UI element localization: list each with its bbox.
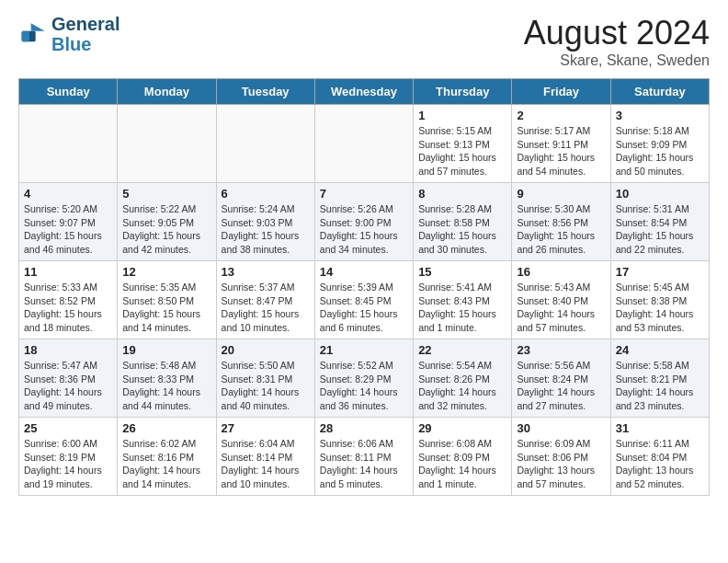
calendar-cell: 31Sunrise: 6:11 AMSunset: 8:04 PMDayligh… — [610, 418, 709, 496]
day-info: Sunrise: 6:09 AMSunset: 8:06 PMDaylight:… — [517, 437, 605, 491]
calendar-cell: 8Sunrise: 5:28 AMSunset: 8:58 PMDaylight… — [414, 183, 512, 261]
calendar-header-row: SundayMondayTuesdayWednesdayThursdayFrid… — [19, 79, 710, 105]
day-info: Sunrise: 6:04 AMSunset: 8:14 PMDaylight:… — [222, 437, 310, 491]
day-number: 26 — [122, 421, 210, 435]
day-number: 30 — [517, 421, 605, 435]
calendar-cell: 30Sunrise: 6:09 AMSunset: 8:06 PMDayligh… — [512, 418, 610, 496]
day-info: Sunrise: 5:35 AMSunset: 8:50 PMDaylight:… — [122, 281, 210, 335]
day-number: 24 — [616, 343, 704, 357]
calendar-cell: 18Sunrise: 5:47 AMSunset: 8:36 PMDayligh… — [19, 339, 118, 418]
day-number: 28 — [320, 421, 408, 435]
day-info: Sunrise: 5:39 AMSunset: 8:45 PMDaylight:… — [320, 281, 408, 335]
day-number: 16 — [517, 265, 605, 279]
day-info: Sunrise: 5:45 AMSunset: 8:38 PMDaylight:… — [616, 281, 704, 335]
day-number: 15 — [418, 265, 506, 279]
week-row-5: 25Sunrise: 6:00 AMSunset: 8:19 PMDayligh… — [19, 418, 710, 496]
day-header-tuesday: Tuesday — [216, 79, 314, 105]
day-info: Sunrise: 6:06 AMSunset: 8:11 PMDaylight:… — [320, 437, 408, 491]
day-info: Sunrise: 5:58 AMSunset: 8:21 PMDaylight:… — [616, 359, 704, 413]
day-info: Sunrise: 5:17 AMSunset: 9:11 PMDaylight:… — [517, 124, 605, 178]
calendar-cell: 24Sunrise: 5:58 AMSunset: 8:21 PMDayligh… — [610, 339, 709, 418]
day-number: 25 — [24, 421, 112, 435]
day-number: 2 — [517, 109, 605, 122]
day-header-wednesday: Wednesday — [314, 79, 413, 105]
day-number: 18 — [24, 343, 112, 357]
calendar-cell: 21Sunrise: 5:52 AMSunset: 8:29 PMDayligh… — [314, 339, 413, 418]
week-row-3: 11Sunrise: 5:33 AMSunset: 8:52 PMDayligh… — [19, 261, 710, 339]
day-number: 10 — [616, 187, 704, 201]
calendar-cell — [314, 105, 413, 183]
day-number: 27 — [222, 421, 310, 435]
day-info: Sunrise: 5:56 AMSunset: 8:24 PMDaylight:… — [517, 359, 605, 413]
calendar-cell: 25Sunrise: 6:00 AMSunset: 8:19 PMDayligh… — [19, 418, 118, 496]
calendar-cell: 20Sunrise: 5:50 AMSunset: 8:31 PMDayligh… — [216, 339, 314, 418]
day-number: 13 — [222, 265, 310, 279]
day-info: Sunrise: 5:47 AMSunset: 8:36 PMDaylight:… — [24, 359, 112, 413]
calendar-cell: 16Sunrise: 5:43 AMSunset: 8:40 PMDayligh… — [512, 261, 610, 339]
day-info: Sunrise: 5:28 AMSunset: 8:58 PMDaylight:… — [418, 202, 506, 257]
day-info: Sunrise: 6:02 AMSunset: 8:16 PMDaylight:… — [122, 437, 210, 491]
calendar-cell: 23Sunrise: 5:56 AMSunset: 8:24 PMDayligh… — [512, 339, 610, 418]
calendar-cell: 7Sunrise: 5:26 AMSunset: 9:00 PMDaylight… — [314, 183, 413, 261]
day-info: Sunrise: 6:00 AMSunset: 8:19 PMDaylight:… — [24, 437, 112, 491]
month-title: August 2024 — [524, 14, 710, 52]
day-number: 20 — [222, 343, 310, 357]
calendar-cell: 13Sunrise: 5:37 AMSunset: 8:47 PMDayligh… — [216, 261, 314, 339]
day-header-friday: Friday — [512, 79, 610, 105]
week-row-2: 4Sunrise: 5:20 AMSunset: 9:07 PMDaylight… — [19, 183, 710, 261]
calendar-cell: 1Sunrise: 5:15 AMSunset: 9:13 PMDaylight… — [414, 105, 512, 183]
day-number: 5 — [122, 187, 210, 201]
day-number: 21 — [320, 343, 408, 357]
day-number: 1 — [418, 109, 506, 122]
week-row-1: 1Sunrise: 5:15 AMSunset: 9:13 PMDaylight… — [19, 105, 710, 183]
day-info: Sunrise: 5:20 AMSunset: 9:07 PMDaylight:… — [24, 202, 112, 257]
calendar-cell: 2Sunrise: 5:17 AMSunset: 9:11 PMDaylight… — [512, 105, 610, 183]
logo: General Blue — [18, 14, 119, 54]
day-number: 7 — [320, 187, 408, 201]
calendar-cell — [19, 105, 118, 183]
day-info: Sunrise: 5:33 AMSunset: 8:52 PMDaylight:… — [24, 281, 112, 335]
day-info: Sunrise: 5:30 AMSunset: 8:56 PMDaylight:… — [517, 202, 605, 257]
title-block: August 2024 Skare, Skane, Sweden — [524, 14, 710, 69]
day-info: Sunrise: 5:26 AMSunset: 9:00 PMDaylight:… — [320, 202, 408, 257]
day-header-sunday: Sunday — [19, 79, 118, 105]
svg-marker-2 — [31, 23, 45, 30]
calendar: SundayMondayTuesdayWednesdayThursdayFrid… — [18, 78, 710, 496]
day-info: Sunrise: 5:52 AMSunset: 8:29 PMDaylight:… — [320, 359, 408, 413]
day-info: Sunrise: 6:08 AMSunset: 8:09 PMDaylight:… — [418, 437, 506, 491]
calendar-cell: 22Sunrise: 5:54 AMSunset: 8:26 PMDayligh… — [414, 339, 512, 418]
calendar-cell: 6Sunrise: 5:24 AMSunset: 9:03 PMDaylight… — [216, 183, 314, 261]
day-number: 29 — [418, 421, 506, 435]
calendar-cell: 26Sunrise: 6:02 AMSunset: 8:16 PMDayligh… — [118, 418, 216, 496]
day-header-thursday: Thursday — [414, 79, 512, 105]
calendar-cell: 4Sunrise: 5:20 AMSunset: 9:07 PMDaylight… — [19, 183, 118, 261]
day-info: Sunrise: 5:22 AMSunset: 9:05 PMDaylight:… — [122, 202, 210, 257]
day-info: Sunrise: 5:15 AMSunset: 9:13 PMDaylight:… — [418, 124, 506, 178]
calendar-cell: 5Sunrise: 5:22 AMSunset: 9:05 PMDaylight… — [118, 183, 216, 261]
day-number: 6 — [222, 187, 310, 201]
day-info: Sunrise: 5:24 AMSunset: 9:03 PMDaylight:… — [222, 202, 310, 257]
calendar-cell: 9Sunrise: 5:30 AMSunset: 8:56 PMDaylight… — [512, 183, 610, 261]
day-number: 3 — [616, 109, 704, 122]
calendar-cell: 11Sunrise: 5:33 AMSunset: 8:52 PMDayligh… — [19, 261, 118, 339]
day-info: Sunrise: 5:54 AMSunset: 8:26 PMDaylight:… — [418, 359, 506, 413]
day-info: Sunrise: 5:37 AMSunset: 8:47 PMDaylight:… — [222, 281, 310, 335]
calendar-cell: 27Sunrise: 6:04 AMSunset: 8:14 PMDayligh… — [216, 418, 314, 496]
location: Skare, Skane, Sweden — [524, 52, 710, 69]
calendar-cell: 15Sunrise: 5:41 AMSunset: 8:43 PMDayligh… — [414, 261, 512, 339]
calendar-cell: 14Sunrise: 5:39 AMSunset: 8:45 PMDayligh… — [314, 261, 413, 339]
day-number: 8 — [418, 187, 506, 201]
logo-general: General — [51, 14, 119, 34]
calendar-cell: 3Sunrise: 5:18 AMSunset: 9:09 PMDaylight… — [610, 105, 709, 183]
calendar-cell: 10Sunrise: 5:31 AMSunset: 8:54 PMDayligh… — [610, 183, 709, 261]
day-number: 9 — [517, 187, 605, 201]
day-number: 19 — [122, 343, 210, 357]
calendar-cell: 17Sunrise: 5:45 AMSunset: 8:38 PMDayligh… — [610, 261, 709, 339]
day-number: 31 — [616, 421, 704, 435]
day-number: 12 — [122, 265, 210, 279]
day-info: Sunrise: 5:41 AMSunset: 8:43 PMDaylight:… — [418, 281, 506, 335]
calendar-cell — [118, 105, 216, 183]
day-info: Sunrise: 5:18 AMSunset: 9:09 PMDaylight:… — [616, 124, 704, 178]
day-info: Sunrise: 5:31 AMSunset: 8:54 PMDaylight:… — [616, 202, 704, 257]
logo-blue: Blue — [51, 34, 119, 54]
